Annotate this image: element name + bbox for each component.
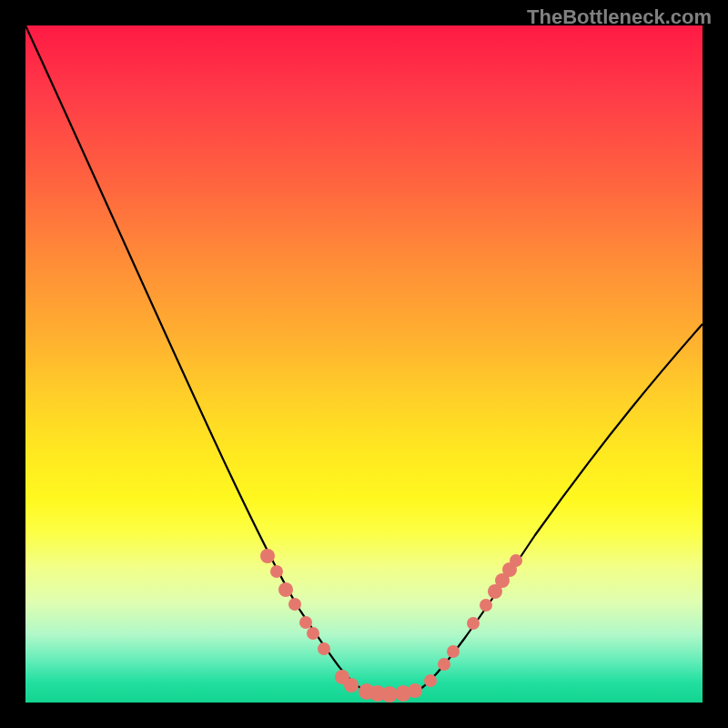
chart-marker (344, 678, 359, 693)
chart-svg (25, 25, 703, 703)
chart-markers-group (260, 549, 522, 703)
chart-marker (278, 582, 293, 597)
chart-plot-area (25, 25, 703, 703)
chart-marker (480, 599, 492, 612)
chart-marker (260, 549, 275, 563)
chart-marker (299, 616, 312, 629)
watermark-text: TheBottleneck.com (527, 5, 712, 29)
chart-marker (447, 645, 460, 658)
chart-marker (467, 617, 480, 630)
chart-marker (510, 554, 522, 567)
chart-marker (424, 674, 437, 687)
chart-marker (408, 683, 422, 698)
chart-curve (25, 25, 703, 696)
chart-marker (270, 565, 283, 578)
chart-marker (318, 642, 330, 655)
chart-marker (288, 598, 301, 611)
chart-marker (438, 658, 450, 671)
chart-marker (307, 627, 319, 640)
